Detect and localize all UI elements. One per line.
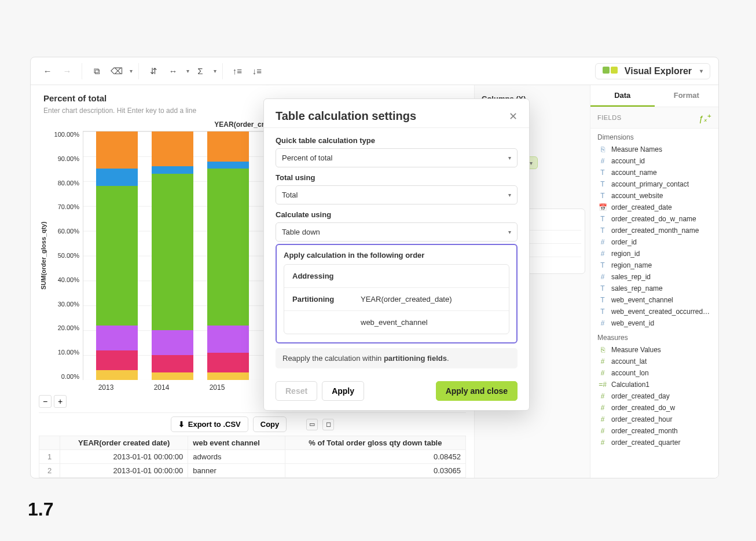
fit-width-icon[interactable]: ↔ — [164, 63, 182, 80]
dimension-field[interactable]: Taccount_website — [590, 190, 718, 202]
bar-segment[interactable] — [207, 372, 249, 380]
table-header[interactable]: web event channel — [188, 436, 285, 450]
bar-segment[interactable] — [96, 186, 138, 325]
dimension-field[interactable]: Taccount_primary_contact — [590, 178, 718, 190]
add-calculation-icon[interactable]: ƒₓ+ — [699, 112, 711, 123]
dimension-field[interactable]: Torder_created_month_name — [590, 225, 718, 236]
close-icon[interactable]: ✕ — [509, 110, 518, 123]
bar-segment[interactable] — [96, 350, 138, 370]
apply-button[interactable]: Apply — [322, 381, 364, 401]
calc-type-select[interactable]: Percent of total ▾ — [276, 148, 518, 167]
y-tick: 0.00% — [61, 373, 79, 380]
field-type-icon: # — [599, 273, 607, 281]
bar-segment[interactable] — [207, 162, 249, 169]
x-tick: 2013 — [85, 383, 127, 392]
x-tick: 2015 — [196, 383, 238, 392]
brand-icon — [603, 67, 619, 76]
bar-segment[interactable] — [207, 131, 249, 161]
dimension-field[interactable]: Torder_created_do_w_name — [590, 213, 718, 225]
y-tick: 60.00% — [58, 228, 79, 235]
measure-field[interactable]: #order_created_day — [590, 390, 718, 402]
apply-order-label: Apply calculation in the following order — [284, 251, 509, 259]
partitioning-label: Partitioning — [292, 295, 344, 304]
table-header[interactable]: % of Total order gloss qty down table — [285, 436, 465, 450]
dimension-field[interactable]: Tweb_event_channel — [590, 294, 718, 306]
bar-segment[interactable] — [207, 353, 249, 372]
bar-segment[interactable] — [207, 326, 249, 353]
bar-segment[interactable] — [96, 169, 138, 186]
bar-segment[interactable] — [152, 330, 193, 355]
y-tick: 70.00% — [58, 203, 79, 210]
swap-icon[interactable]: ⇵ — [145, 63, 162, 80]
calc-using-select[interactable]: Table down ▾ — [276, 222, 518, 242]
table-view-icon[interactable]: ▭ — [306, 419, 318, 430]
dimension-field[interactable]: Tsales_rep_name — [590, 283, 718, 294]
partitioning-field[interactable]: web_event_channel — [361, 318, 428, 327]
total-using-select[interactable]: Total ▾ — [276, 185, 518, 204]
copy-button[interactable]: Copy — [253, 416, 287, 432]
clear-icon[interactable]: ⌫ — [108, 63, 125, 80]
measure-field[interactable]: #order_created_month — [590, 425, 718, 437]
bar-segment[interactable] — [96, 131, 138, 169]
export-csv-button[interactable]: ⬇ Export to .CSV — [171, 416, 248, 432]
field-list: Dimensions ⎘Measure Names#account_idTacc… — [590, 129, 718, 478]
dimension-field[interactable]: Tweb_event_created_occurred… — [590, 306, 718, 317]
bar-segment[interactable] — [152, 174, 193, 330]
field-type-icon: T — [599, 261, 607, 269]
field-type-icon: T — [599, 180, 607, 188]
zoom-in-button[interactable]: + — [54, 395, 67, 408]
dimension-field[interactable]: #region_id — [590, 248, 718, 259]
partitioning-field[interactable]: YEAR(order_created_date) — [361, 295, 452, 304]
bar-segment[interactable] — [96, 370, 138, 380]
field-type-icon: # — [599, 404, 607, 412]
apply-close-button[interactable]: Apply and close — [436, 381, 518, 401]
dimension-field[interactable]: #web_event_id — [590, 317, 718, 329]
fields-header: FIELDS — [597, 114, 622, 121]
measure-field[interactable]: #order_created_quarter — [590, 437, 718, 448]
bar-segment[interactable] — [152, 166, 193, 174]
forward-icon[interactable]: → — [58, 63, 76, 80]
bar-segment[interactable] — [152, 372, 193, 380]
measure-field[interactable]: =#Calculation1 — [590, 379, 718, 390]
tab-format[interactable]: Format — [655, 85, 719, 107]
back-icon[interactable]: ← — [39, 63, 56, 80]
dimension-field[interactable]: #order_id — [590, 236, 718, 248]
dimension-field[interactable]: ⎘Measure Names — [590, 144, 718, 155]
bar-segment[interactable] — [207, 169, 249, 325]
dimension-field[interactable]: #sales_rep_id — [590, 271, 718, 283]
bar-segment[interactable] — [152, 355, 193, 372]
measure-field[interactable]: #account_lat — [590, 356, 718, 367]
y-axis-label: SUM(order_gloss_qty) — [39, 131, 48, 380]
dimension-field[interactable]: Taccount_name — [590, 167, 718, 178]
bar[interactable] — [96, 131, 138, 380]
sort-asc-icon[interactable]: ↑≡ — [229, 63, 246, 80]
dimension-field[interactable]: 📅order_created_date — [590, 202, 718, 213]
sigma-icon[interactable]: Σ — [192, 63, 209, 80]
download-icon: ⬇ — [178, 420, 185, 429]
chevron-down-icon: ▾ — [508, 229, 511, 235]
dimension-field[interactable]: Tregion_name — [590, 259, 718, 271]
reset-button[interactable]: Reset — [276, 381, 317, 401]
measure-field[interactable]: #order_created_hour — [590, 414, 718, 425]
dimension-field[interactable]: #account_id — [590, 155, 718, 167]
bar[interactable] — [207, 131, 249, 380]
table-row[interactable]: 22013-01-01 00:00:00banner0.03065 — [39, 464, 466, 478]
brand-selector[interactable]: Visual Explorer ▾ — [595, 63, 710, 79]
table-row[interactable]: 12013-01-01 00:00:00adwords0.08452 — [39, 450, 466, 464]
y-tick: 50.00% — [58, 252, 79, 259]
total-using-label: Total using — [276, 173, 518, 182]
measure-field[interactable]: ⎘Measure Values — [590, 344, 718, 356]
measure-field[interactable]: #order_created_do_w — [590, 402, 718, 414]
tab-data[interactable]: Data — [590, 85, 655, 107]
field-type-icon: # — [599, 415, 607, 423]
bar[interactable] — [152, 131, 193, 380]
bar-segment[interactable] — [96, 326, 138, 350]
zoom-out-button[interactable]: − — [39, 395, 52, 408]
expand-view-icon[interactable]: ◻ — [322, 419, 334, 430]
sort-desc-icon[interactable]: ↓≡ — [248, 63, 266, 80]
field-type-icon: # — [599, 357, 607, 365]
duplicate-icon[interactable]: ⧉ — [88, 63, 105, 80]
bar-segment[interactable] — [152, 131, 193, 166]
measure-field[interactable]: #account_lon — [590, 367, 718, 379]
table-header[interactable]: YEAR(order created date) — [60, 436, 188, 450]
